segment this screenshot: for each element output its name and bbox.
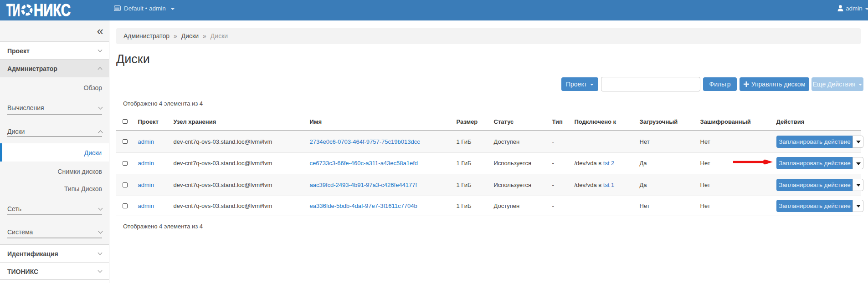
- svg-text:НИКС: НИКС: [34, 1, 71, 19]
- svg-text:ТИ: ТИ: [6, 1, 20, 19]
